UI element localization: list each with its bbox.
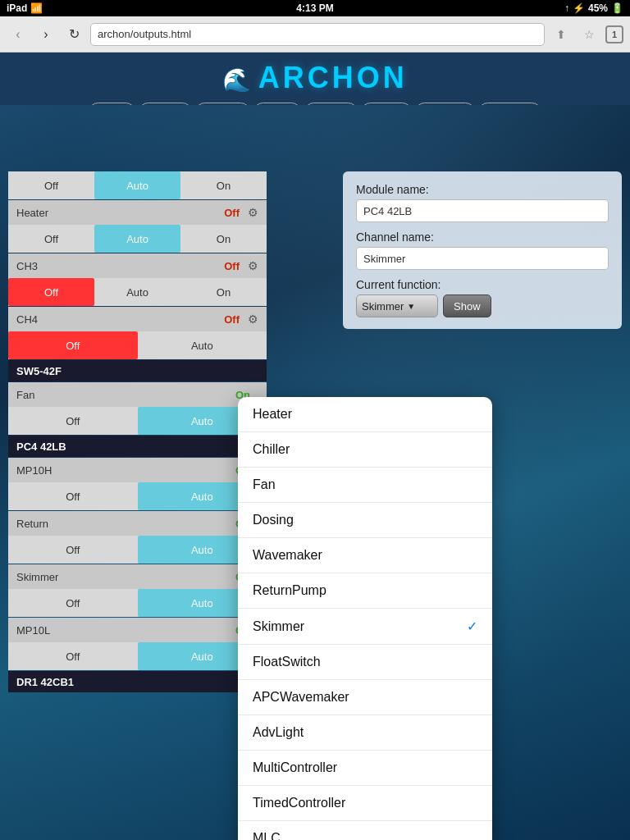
dropdown-label-floatswitch: FloatSwitch (253, 655, 321, 669)
auto-button-ch4[interactable]: Auto (94, 278, 180, 306)
channel-name-input[interactable] (356, 247, 609, 270)
control-row-ch3: Off Auto On (8, 225, 267, 253)
current-fn-row: Skimmer ▼ Show (356, 294, 609, 317)
forward-button[interactable]: › (34, 23, 57, 46)
battery-icon: 🔋 (611, 2, 623, 14)
dropdown-item-mlc[interactable]: MLC (238, 821, 492, 840)
control-row-heater: Off Auto On (8, 171, 267, 199)
dropdown-item-fan[interactable]: Fan (238, 468, 492, 503)
back-button[interactable]: ‹ (7, 23, 30, 46)
label-row-ch4: CH4 Off ⚙ (8, 307, 267, 331)
dropdown-item-heater[interactable]: Heater (238, 397, 492, 432)
dropdown-label-heater: Heater (253, 407, 292, 422)
ch4-gear[interactable]: ⚙ (248, 313, 258, 326)
off-button-ch3[interactable]: Off (8, 225, 94, 253)
off-button-heater[interactable]: Off (8, 171, 94, 199)
ch4-status: Off (224, 313, 240, 326)
ch3-status: Off (224, 260, 240, 272)
address-bar[interactable]: archon/outputs.html (90, 23, 545, 46)
on-button-ch4[interactable]: On (180, 278, 267, 306)
ipad-label: iPad (7, 2, 27, 14)
dropdown-label-fan: Fan (253, 477, 276, 492)
dropdown-item-floatswitch[interactable]: FloatSwitch (238, 645, 492, 680)
control-row-ch4b: Off Auto (8, 331, 267, 359)
heater-status: Off (224, 207, 240, 219)
control-row-skimmer: Off Auto (8, 589, 267, 617)
control-row-mp10h: Off Auto (8, 482, 267, 510)
dropdown-item-skimmer[interactable]: Skimmer ✓ (238, 609, 492, 645)
dropdown-item-returnpump[interactable]: ReturnPump (238, 573, 492, 609)
browser-bar: ‹ › ↻ archon/outputs.html ⬆ ☆ 1 (0, 16, 630, 52)
reload-button[interactable]: ↻ (62, 23, 85, 46)
status-bar-right: ↑ ⚡ 45% 🔋 (564, 2, 623, 14)
label-row-mp10l: MP10L On (8, 618, 267, 642)
control-row-return: Off Auto (8, 536, 267, 564)
section-sw5: SW5-42F (8, 360, 267, 381)
battery-label: 45% (588, 2, 608, 14)
off-button-mp10l[interactable]: Off (8, 642, 138, 670)
dropdown-label-dosing: Dosing (253, 513, 294, 527)
dropdown-label-chiller: Chiller (253, 442, 290, 457)
on-button-ch3[interactable]: On (180, 225, 267, 253)
skimmer-name: Skimmer (16, 571, 235, 583)
status-bar: iPad 📶 4:13 PM ↑ ⚡ 45% 🔋 (0, 0, 630, 16)
section-dr1: DR1 42CB1 (8, 671, 267, 692)
mp10h-name: MP10H (16, 464, 235, 477)
dropdown-item-multicontroller[interactable]: MultiController (238, 751, 492, 786)
dropdown-label-mlc: MLC (253, 831, 281, 840)
off-button-mp10h[interactable]: Off (8, 482, 138, 510)
selected-checkmark: ✓ (467, 619, 477, 634)
label-row-ch3: CH3 Off ⚙ (8, 253, 267, 278)
off-button-return[interactable]: Off (8, 536, 138, 564)
url-text: archon/outputs.html (98, 28, 191, 40)
dropdown-item-advlight[interactable]: AdvLight (238, 715, 492, 751)
dropdown-label-wavemaker: Wavemaker (253, 548, 322, 563)
section-pc4: PC4 42LB (8, 436, 267, 457)
dropdown-label-returnpump: ReturnPump (253, 583, 326, 598)
on-button-heater[interactable]: On (180, 171, 267, 199)
logo-icon: 🌊 (222, 66, 251, 94)
label-row-skimmer: Skimmer On (8, 564, 267, 589)
mp10l-name: MP10L (16, 624, 235, 637)
auto-button-ch4b[interactable]: Auto (138, 331, 267, 359)
auto-button-heater[interactable]: Auto (94, 171, 180, 199)
ch3-name: CH3 (16, 260, 224, 272)
logo-area: 🌊 ARCHON (0, 52, 630, 99)
off-button-ch4[interactable]: Off (8, 278, 94, 306)
dropdown-label-multicontroller: MultiController (253, 760, 337, 775)
heater-gear[interactable]: ⚙ (248, 206, 258, 219)
off-button-skimmer[interactable]: Off (8, 589, 138, 617)
logo-text: ARCHON (258, 61, 408, 94)
bookmark-button[interactable]: ☆ (578, 23, 600, 46)
ch3-gear[interactable]: ⚙ (248, 259, 258, 272)
bluetooth-icon: ⚡ (573, 2, 585, 14)
share-button[interactable]: ⬆ (550, 23, 573, 46)
control-row-mp10l: Off Auto (8, 642, 267, 670)
chevron-down-icon: ▼ (407, 302, 415, 311)
dropdown-label-advlight: AdvLight (253, 725, 304, 740)
dropdown-item-dosing[interactable]: Dosing (238, 503, 492, 538)
arrow-icon: ↑ (564, 2, 569, 14)
dropdown-item-apcwavemaker[interactable]: APCWavemaker (238, 680, 492, 715)
dropdown-label-skimmer: Skimmer (253, 619, 304, 634)
function-select[interactable]: Skimmer ▼ (356, 294, 438, 317)
auto-button-ch3[interactable]: Auto (94, 225, 180, 253)
control-row-fan: Off Auto (8, 407, 267, 435)
tab-count[interactable]: 1 (605, 25, 623, 43)
ch4-name: CH4 (16, 313, 224, 326)
status-bar-time: 4:13 PM (296, 2, 333, 14)
module-name-label: Module name: (356, 183, 609, 196)
right-panel: Module name: Channel name: Current funct… (343, 171, 622, 329)
off-button-fan[interactable]: Off (8, 407, 138, 435)
main-content: 🌊 ARCHON Home Graphs Outputs Inputs Syst… (0, 52, 630, 840)
off-button-ch4b[interactable]: Off (8, 331, 138, 359)
dropdown-item-wavemaker[interactable]: Wavemaker (238, 538, 492, 573)
show-button[interactable]: Show (443, 294, 491, 317)
dropdown-item-chiller[interactable]: Chiller (238, 432, 492, 468)
label-row-heater: Heater Off ⚙ (8, 200, 267, 225)
module-name-input[interactable] (356, 199, 609, 222)
dropdown-item-timedcontroller[interactable]: TimedController (238, 786, 492, 821)
function-dropdown[interactable]: Heater Chiller Fan Dosing Wavemaker Retu… (238, 397, 492, 840)
dropdown-label-timedcontroller: TimedController (253, 796, 345, 810)
channel-name-label: Channel name: (356, 231, 609, 244)
